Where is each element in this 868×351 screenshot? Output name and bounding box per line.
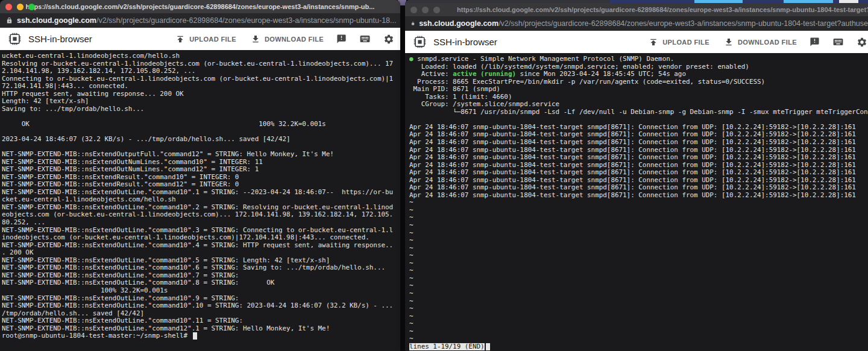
settings-button[interactable] bbox=[383, 34, 394, 45]
terminal-line: Tasks: 1 (limit: 4660) bbox=[409, 93, 868, 101]
terminal-line: NET-SNMP-EXTEND-MIB::nsExtendOutLine."co… bbox=[2, 279, 400, 287]
terminal-line: NET-SNMP-EXTEND-MIB::nsExtendOutLine."co… bbox=[2, 272, 400, 280]
terminal-line: NET-SNMP-EXTEND-MIB::nsExtendOutputFull.… bbox=[2, 151, 400, 159]
upload-icon bbox=[175, 34, 185, 44]
terminal-line: ~ bbox=[409, 252, 868, 260]
terminal-master[interactable]: ucket.eu-central-1.linodeobjects.com/hel… bbox=[0, 50, 400, 351]
terminal-blank-line bbox=[409, 116, 868, 124]
shell-prompt: root@snmp-ubuntu-1804-test-master:~/snmp… bbox=[2, 332, 192, 340]
terminal-line: Apr 24 18:46:07 snmp-ubuntu-1804-test-ta… bbox=[409, 177, 868, 185]
terminal-line: OK 100% 32.2K=0.001s bbox=[2, 121, 400, 128]
lock-icon bbox=[6, 17, 13, 24]
terminal-line: Apr 24 18:46:07 snmp-ubuntu-1804-test-ta… bbox=[409, 139, 868, 147]
terminal-line: ucket.eu-central-1.linodeobjects.com/hel… bbox=[2, 52, 400, 60]
ssh-toolbar: SSH-in-browser UPLOAD FILE DOWNLOAD FILE bbox=[0, 28, 400, 50]
desktop: https://ssh.cloud.google.com/v2/ssh/proj… bbox=[0, 0, 868, 351]
address-bar[interactable]: ssh.cloud.google.com/v2/ssh/projects/gua… bbox=[0, 13, 400, 28]
ssh-toolbar: SSH-in-browser UPLOAD FILE DOWNLOAD FILE bbox=[405, 31, 868, 53]
terminal-line: NET-SNMP-EXTEND-MIB::nsExtendOutLine."co… bbox=[2, 295, 400, 303]
upload-file-label: UPLOAD FILE bbox=[662, 39, 709, 46]
terminal-line: Apr 24 18:46:07 snmp-ubuntu-1804-test-ta… bbox=[409, 147, 868, 154]
keyboard-icon bbox=[832, 36, 844, 48]
feedback-icon bbox=[810, 37, 820, 47]
feedback-button[interactable] bbox=[336, 34, 347, 44]
app-title: SSH-in-browser bbox=[28, 34, 92, 44]
window-titlebar[interactable]: https://ssh.cloud.google.com/v2/ssh/proj… bbox=[405, 3, 868, 16]
feedback-button[interactable] bbox=[810, 37, 820, 47]
pager-status: lines 1-19/19 (END) bbox=[409, 343, 485, 350]
upload-file-button[interactable]: UPLOAD FILE bbox=[649, 37, 709, 47]
terminal-line: Process: 8665 ExecStartPre=/bin/mkdir -p… bbox=[409, 78, 868, 86]
terminal-line: NET-SNMP-EXTEND-MIB::nsExtendOutLine."co… bbox=[2, 264, 400, 272]
upload-icon bbox=[649, 37, 658, 47]
terminal-line: ~ bbox=[409, 328, 868, 336]
window-title: https://ssh.cloud.google.com/v2/ssh/proj… bbox=[457, 6, 868, 13]
url-path: /v2/ssh/projects/guardicore-62898684/zon… bbox=[498, 19, 868, 28]
terminal-line: NET-SNMP-EXTEND-MIB::nsExtendOutLine."co… bbox=[2, 242, 400, 250]
zoom-window-button[interactable] bbox=[28, 4, 35, 10]
keyboard-shortcuts-button[interactable] bbox=[359, 33, 371, 45]
close-window-button[interactable] bbox=[410, 7, 417, 13]
terminal-line: Apr 24 18:46:07 snmp-ubuntu-1804-test-ta… bbox=[409, 169, 868, 177]
terminal-target[interactable]: ● snmpd.service - Simple Network Managem… bbox=[405, 53, 868, 351]
lock-icon bbox=[411, 20, 415, 27]
terminal-line: Saving to: .../tmp/ordab/hello.sh... bbox=[2, 106, 400, 113]
terminal-line: NET-SNMP-EXTEND-MIB::nsExtendOutLine."co… bbox=[2, 257, 400, 265]
terminal-prompt-line: root@snmp-ubuntu-1804-test-master:~/snmp… bbox=[2, 332, 400, 340]
terminal-line: ~ bbox=[409, 199, 868, 207]
terminal-cursor bbox=[486, 343, 490, 350]
gear-icon bbox=[383, 34, 394, 45]
terminal-line: NET-SNMP-EXTEND-MIB::nsExtendResult."com… bbox=[2, 181, 400, 189]
terminal-line: Apr 24 18:46:07 snmp-ubuntu-1804-test-ta… bbox=[409, 192, 868, 200]
pager-status-line: lines 1-19/19 (END) bbox=[409, 343, 868, 351]
feedback-icon bbox=[336, 34, 347, 44]
keyboard-icon bbox=[359, 33, 371, 45]
terminal-line: ~ bbox=[409, 230, 868, 238]
terminal-line: 100% 32.2K=0.001s bbox=[2, 287, 400, 295]
window-titlebar[interactable]: https://ssh.cloud.google.com/v2/ssh/proj… bbox=[0, 0, 400, 13]
terminal-line: /tmp/ordab/hello.sh... saved [42/42] bbox=[2, 310, 400, 318]
keyboard-shortcuts-button[interactable] bbox=[832, 36, 844, 48]
terminal-line: Connecting to or-bucket.eu-central-1.lin… bbox=[2, 75, 400, 83]
terminal-line: ~ bbox=[409, 298, 868, 306]
terminal-line: NET-SNMP-EXTEND-MIB::nsExtendOutLine."co… bbox=[2, 317, 400, 325]
upload-file-label: UPLOAD FILE bbox=[189, 36, 236, 43]
terminal-line: Apr 24 18:46:07 snmp-ubuntu-1804-test-ta… bbox=[409, 154, 868, 162]
close-window-button[interactable] bbox=[5, 4, 12, 10]
terminal-line: Length: 42 [text/x-sh] bbox=[2, 98, 400, 106]
address-bar[interactable]: ssh.cloud.google.com/v2/ssh/projects/gua… bbox=[405, 16, 868, 31]
terminal-line: Apr 24 18:46:07 snmp-ubuntu-1804-test-ta… bbox=[409, 131, 868, 139]
terminal-line: ~ bbox=[409, 335, 868, 343]
terminal-line: ~ bbox=[409, 222, 868, 230]
browser-window-master: https://ssh.cloud.google.com/v2/ssh/proj… bbox=[0, 0, 400, 351]
terminal-line: NET-SNMP-EXTEND-MIB::nsExtendResult."com… bbox=[2, 174, 400, 182]
terminal-line: ~ bbox=[409, 245, 868, 253]
download-file-button[interactable]: DOWNLOAD FILE bbox=[251, 34, 324, 44]
minimize-window-button[interactable] bbox=[17, 4, 24, 10]
zoom-window-button[interactable] bbox=[433, 7, 440, 13]
terminal-line: NET-SNMP-EXTEND-MIB::nsExtendOutLine."co… bbox=[2, 325, 400, 333]
terminal-line: HTTP request sent, awaiting response... … bbox=[2, 90, 400, 98]
window-title: https://ssh.cloud.google.com/v2/ssh/proj… bbox=[26, 3, 375, 10]
terminal-line: NET-SNMP-EXTEND-MIB::nsExtendOutNumLines… bbox=[2, 159, 400, 166]
terminal-line: ~ bbox=[409, 260, 868, 268]
terminal-line: 2023-04-24 18:46:07 (32.2 KB/s) - .../tm… bbox=[2, 136, 400, 144]
service-status-bullet: ● bbox=[409, 55, 417, 63]
terminal-line: 72.104.141.98|:443... connected. bbox=[2, 83, 400, 90]
terminal-line: CGroup: /system.slice/snmpd.service bbox=[409, 101, 868, 109]
terminal-line bbox=[2, 113, 400, 121]
url-path: /v2/ssh/projects/guardicore-62898684/zon… bbox=[96, 16, 397, 25]
download-file-button[interactable]: DOWNLOAD FILE bbox=[724, 37, 797, 47]
gear-icon bbox=[857, 37, 867, 48]
terminal-line: └─8671 /usr/sbin/snmpd -Lsd -Lf /dev/nul… bbox=[409, 109, 868, 116]
terminal-line: cket.eu-central-1.linodeobjects.com/hell… bbox=[2, 196, 400, 204]
terminal-line: ~ bbox=[409, 313, 868, 321]
browser-window-target: https://ssh.cloud.google.com/v2/ssh/proj… bbox=[405, 0, 868, 351]
minimize-window-button[interactable] bbox=[422, 7, 429, 13]
terminal-line: NET-SNMP-EXTEND-MIB::nsExtendOutLine."co… bbox=[2, 204, 400, 212]
upload-file-button[interactable]: UPLOAD FILE bbox=[175, 34, 236, 44]
terminal-line: Apr 24 18:46:07 snmp-ubuntu-1804-test-ta… bbox=[409, 124, 868, 131]
settings-button[interactable] bbox=[857, 37, 867, 48]
terminal-line bbox=[2, 144, 400, 151]
active-running-badge: active (running) bbox=[453, 71, 516, 78]
